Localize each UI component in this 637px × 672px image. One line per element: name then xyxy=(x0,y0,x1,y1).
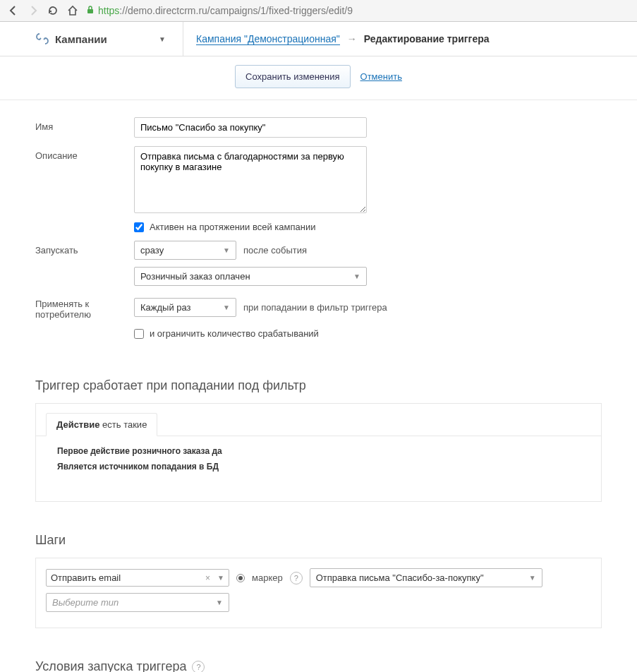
steps-section: Шаги Отправить email × ▼ маркер ? Отправ… xyxy=(0,533,637,645)
lock-icon xyxy=(86,6,95,16)
cancel-link[interactable]: Отменить xyxy=(360,71,402,82)
form-area: Имя Описание Отправка письма с благодарн… xyxy=(0,100,578,364)
apply-label: Применять к потребителю xyxy=(35,294,134,320)
action-bar: Сохранить изменения Отменить xyxy=(0,56,637,100)
url-path: ://demo.directcrm.ru/campaigns/1/fixed-t… xyxy=(119,5,353,16)
filter-section: Триггер сработает при попадании под филь… xyxy=(0,378,637,519)
chevron-down-icon: ▼ xyxy=(223,246,230,254)
filter-line-1: Первое действие розничного заказа да xyxy=(57,446,580,456)
logo-icon xyxy=(35,32,49,46)
page-header: Кампании ▼ Кампания "Демонстрационная" →… xyxy=(0,22,637,56)
breadcrumb: Кампания "Демонстрационная" → Редактиров… xyxy=(183,23,502,55)
filter-title: Триггер сработает при попадании под филь… xyxy=(35,378,602,393)
breadcrumb-arrow-icon: → xyxy=(347,33,357,44)
campaigns-dropdown[interactable]: Кампании ▼ xyxy=(0,22,183,56)
conditions-title: Условия запуска триггера ? xyxy=(35,659,602,672)
filter-box: Действие есть такие Первое действие розн… xyxy=(35,403,602,502)
help-icon[interactable]: ? xyxy=(192,661,205,673)
browser-toolbar: https://demo.directcrm.ru/campaigns/1/fi… xyxy=(0,0,637,22)
description-textarea[interactable]: Отправка письма с благодарностями за пер… xyxy=(134,146,367,213)
limit-checkbox-row[interactable]: и ограничить количество срабатываний xyxy=(134,328,319,339)
home-icon[interactable] xyxy=(66,4,79,17)
apply-hint: при попадании в фильтр триггера xyxy=(243,302,387,313)
back-icon[interactable] xyxy=(7,4,20,17)
step-action-select[interactable]: Отправить email × ▼ xyxy=(46,569,229,587)
limit-label: и ограничить количество срабатываний xyxy=(150,328,319,339)
chevron-down-icon: ▼ xyxy=(217,574,224,582)
chevron-down-icon: ▼ xyxy=(159,35,166,43)
url-bar[interactable]: https://demo.directcrm.ru/campaigns/1/fi… xyxy=(86,5,630,16)
breadcrumb-current: Редактирование триггера xyxy=(364,33,490,44)
svg-rect-0 xyxy=(87,9,93,13)
description-label: Описание xyxy=(35,146,134,213)
chevron-down-icon: ▼ xyxy=(529,574,536,582)
active-checkbox-row[interactable]: Активен на протяжении всей кампании xyxy=(134,222,315,232)
help-icon[interactable]: ? xyxy=(290,572,303,584)
chevron-down-icon: ▼ xyxy=(216,599,223,606)
marker-radio[interactable] xyxy=(236,574,245,582)
campaigns-label: Кампании xyxy=(55,33,153,45)
filter-tab[interactable]: Действие есть такие xyxy=(46,413,157,436)
limit-checkbox[interactable] xyxy=(134,329,144,339)
steps-box: Отправить email × ▼ маркер ? Отправка пи… xyxy=(35,558,602,628)
launch-select[interactable]: сразу ▼ xyxy=(134,241,236,260)
chevron-down-icon: ▼ xyxy=(223,304,230,311)
apply-select[interactable]: Каждый раз ▼ xyxy=(134,298,236,317)
forward-icon[interactable] xyxy=(27,4,40,17)
reload-icon[interactable] xyxy=(47,4,59,17)
event-select[interactable]: Розничный заказ оплачен ▼ xyxy=(134,267,367,286)
name-input[interactable] xyxy=(134,117,367,138)
steps-title: Шаги xyxy=(35,533,602,548)
save-button[interactable]: Сохранить изменения xyxy=(235,65,351,88)
active-label: Активен на протяжении всей кампании xyxy=(150,222,315,232)
launch-label: Запускать xyxy=(35,241,134,286)
filter-line-2: Является источником попадания в БД xyxy=(57,462,580,472)
active-checkbox[interactable] xyxy=(134,222,144,232)
url-scheme: https xyxy=(98,5,119,16)
after-event-label: после события xyxy=(243,245,307,256)
marker-label: маркер xyxy=(252,572,283,583)
template-select[interactable]: Отправка письма "Спасибо-за-покупку" ▼ xyxy=(310,568,542,587)
chevron-down-icon: ▼ xyxy=(353,272,360,280)
step-type-select[interactable]: Выберите тип ▼ xyxy=(46,593,229,612)
breadcrumb-link[interactable]: Кампания "Демонстрационная" xyxy=(196,33,340,45)
name-label: Имя xyxy=(35,117,134,138)
conditions-section: Условия запуска триггера ? Выберите тип … xyxy=(0,659,637,672)
clear-icon[interactable]: × xyxy=(202,573,213,583)
